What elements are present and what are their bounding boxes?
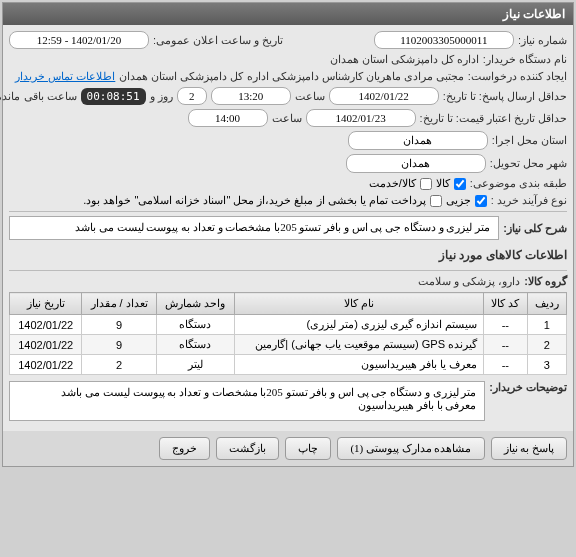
checkbox-services[interactable]: کالا/خدمت xyxy=(369,177,432,190)
req-no-field[interactable]: 1102003305000011 xyxy=(374,31,514,49)
checkbox-partial[interactable]: جزیی xyxy=(446,194,487,207)
group-label: گروه کالا: xyxy=(524,275,567,288)
cell-n: 1 xyxy=(527,315,566,335)
deadline-time-field[interactable]: 13:20 xyxy=(211,87,291,105)
cell-name: معرف یا بافر هیبریداسیون xyxy=(234,355,483,375)
cell-unit: لیتر xyxy=(156,355,234,375)
table-row[interactable]: 1--سیستم اندازه گیری لیزری (متر لیزری)دس… xyxy=(10,315,567,335)
cell-date: 1402/01/22 xyxy=(10,335,82,355)
cell-date: 1402/01/22 xyxy=(10,355,82,375)
remain-label: ساعت باقی مانده xyxy=(0,90,77,103)
proc-note-label: پرداخت تمام یا بخشی از مبلغ خرید،از محل … xyxy=(83,194,426,207)
cell-code: -- xyxy=(484,335,528,355)
exec-loc-label: استان محل اجرا: xyxy=(492,134,567,147)
valid-label: حداقل تاریخ اعتبار قیمت: تا تاریخ: xyxy=(420,112,567,125)
th-name[interactable]: نام کالا xyxy=(234,293,483,315)
cell-qty: 9 xyxy=(82,335,157,355)
th-unit[interactable]: واحد شمارش xyxy=(156,293,234,315)
cell-n: 3 xyxy=(527,355,566,375)
valid-time-field[interactable]: 14:00 xyxy=(188,109,268,127)
group-value: دارو، پزشکی و سلامت xyxy=(418,275,520,288)
cell-unit: دستگاه xyxy=(156,315,234,335)
th-code[interactable]: کد کالا xyxy=(484,293,528,315)
pub-date-field[interactable]: 1402/01/20 - 12:59 xyxy=(9,31,149,49)
cell-date: 1402/01/22 xyxy=(10,315,82,335)
days-label: روز و xyxy=(150,90,173,103)
th-date[interactable]: تاریخ نیاز xyxy=(10,293,82,315)
th-qty[interactable]: تعداد / مقدار xyxy=(82,293,157,315)
summary-text[interactable]: متر لیزری و دستگاه جی پی اس و بافر تستو … xyxy=(9,216,499,240)
valid-date-field[interactable]: 1402/01/23 xyxy=(306,109,416,127)
proc-label: نوع فرآیند خرید : xyxy=(491,194,567,207)
attachments-button[interactable]: مشاهده مدارک پیوستی (1) xyxy=(337,437,484,460)
buyer-device-value: اداره کل دامپزشکی استان همدان xyxy=(330,53,479,66)
countdown-timer: 00:08:51 xyxy=(81,88,146,105)
buyer-device-label: نام دستگاه خریدار: xyxy=(483,53,567,66)
table-row[interactable]: 3--معرف یا بافر هیبریداسیونلیتر21402/01/… xyxy=(10,355,567,375)
exit-button[interactable]: خروج xyxy=(159,437,210,460)
cell-code: -- xyxy=(484,315,528,335)
cell-name: گیرنده GPS (سیستم موقعیت یاب جهانی) |گار… xyxy=(234,335,483,355)
table-row[interactable]: 2--گیرنده GPS (سیستم موقعیت یاب جهانی) |… xyxy=(10,335,567,355)
items-section-title: اطلاعات کالاهای مورد نیاز xyxy=(9,244,567,266)
checkbox-proc-note[interactable]: پرداخت تمام یا بخشی از مبلغ خرید،از محل … xyxy=(83,194,442,207)
desc-label: توضیحات خریدار: xyxy=(489,381,567,394)
time-label-2: ساعت xyxy=(272,112,302,125)
cell-unit: دستگاه xyxy=(156,335,234,355)
contact-link[interactable]: اطلاعات تماس خریدار xyxy=(15,70,115,83)
cell-n: 2 xyxy=(527,335,566,355)
creator-label: ایجاد کننده درخواست: xyxy=(468,70,567,83)
cell-name: سیستم اندازه گیری لیزری (متر لیزری) xyxy=(234,315,483,335)
pub-date-label: تاریخ و ساعت اعلان عمومی: xyxy=(153,34,283,47)
deadline-date-field[interactable]: 1402/01/22 xyxy=(329,87,439,105)
back-button[interactable]: بازگشت xyxy=(216,437,279,460)
exec-loc-field[interactable]: همدان xyxy=(348,131,488,150)
days-field[interactable]: 2 xyxy=(177,87,207,105)
deliver-loc-field[interactable]: همدان xyxy=(346,154,486,173)
items-table: ردیف کد کالا نام کالا واحد شمارش تعداد /… xyxy=(9,292,567,375)
cell-code: -- xyxy=(484,355,528,375)
cb-goods-label: کالا xyxy=(436,177,450,190)
print-button[interactable]: چاپ xyxy=(285,437,331,460)
panel-title: اطلاعات نیاز xyxy=(3,3,573,25)
req-no-label: شماره نیاز: xyxy=(518,34,567,47)
class-label: طبقه بندی موضوعی: xyxy=(470,177,567,190)
time-label-1: ساعت xyxy=(295,90,325,103)
checkbox-goods[interactable]: کالا xyxy=(436,177,466,190)
desc-text[interactable]: متر لیزری و دستگاه جی پی اس و بافر تستو … xyxy=(9,381,485,421)
deliver-loc-label: شهر محل تحویل: xyxy=(490,157,567,170)
cb-partial-label: جزیی xyxy=(446,194,471,207)
cell-qty: 9 xyxy=(82,315,157,335)
cb-services-label: کالا/خدمت xyxy=(369,177,416,190)
cell-qty: 2 xyxy=(82,355,157,375)
summary-label: شرح کلی نیاز: xyxy=(503,222,567,235)
th-row[interactable]: ردیف xyxy=(527,293,566,315)
button-row: پاسخ به نیاز مشاهده مدارک پیوستی (1) چاپ… xyxy=(3,431,573,466)
creator-value: مجتبی مرادی ماهریان کارشناس دامپزشکی ادا… xyxy=(119,70,464,83)
respond-button[interactable]: پاسخ به نیاز xyxy=(491,437,568,460)
deadline-label: حداقل ارسال پاسخ: تا تاریخ: xyxy=(443,90,567,103)
